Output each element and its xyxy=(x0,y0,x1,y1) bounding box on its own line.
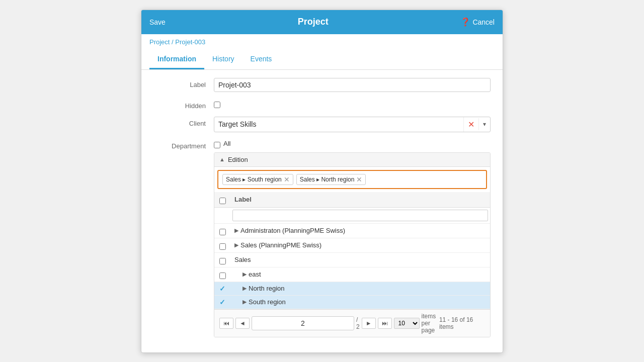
row5-checkmark: ✓ xyxy=(219,285,225,293)
row3-check[interactable] xyxy=(214,253,230,267)
row5-label: ▶ North region xyxy=(230,282,490,295)
list-item: ▶ Sales (PlanningPME Swiss) xyxy=(214,238,490,253)
row5-expand-icon[interactable]: ▶ xyxy=(243,285,247,292)
list-header-check-col xyxy=(214,192,230,207)
list-item: ✓ ▶ South region xyxy=(214,296,490,309)
row5-check[interactable]: ✓ xyxy=(214,282,230,295)
list-item: ✓ ▶ North region xyxy=(214,282,490,296)
page-info: 11 - 16 of 16 items xyxy=(439,316,485,330)
page-input[interactable] xyxy=(252,316,354,330)
row1-expand-icon[interactable]: ▶ xyxy=(234,227,238,234)
pagination: ⏮ ◄ / 2 ► ⏭ 10 25 50 100 xyxy=(214,309,490,337)
all-label: All xyxy=(223,140,230,147)
tag-south-region: Sales ▸ South region ✕ xyxy=(222,174,293,185)
department-section: All ▲ Edition Sales ▸ South region ✕ Sal… xyxy=(214,139,491,337)
client-dropdown-button[interactable]: ▾ xyxy=(478,118,490,130)
list-header-checkbox[interactable] xyxy=(219,198,226,204)
items-per-page-label: items per page xyxy=(422,313,439,334)
list-search-row xyxy=(214,208,490,224)
department-box: ▲ Edition Sales ▸ South region ✕ Sales ▸… xyxy=(214,152,491,337)
tag-north-text: Sales ▸ North region xyxy=(300,176,355,183)
tab-events[interactable]: Events xyxy=(243,50,280,69)
client-field: Target Skills ✕ ▾ xyxy=(214,117,491,132)
department-row: Department All ▲ Edition Sales ▸ South r… xyxy=(153,139,491,337)
client-value: Target Skills xyxy=(214,118,463,131)
pagination-controls: ⏮ ◄ / 2 ► ⏭ 10 25 50 100 xyxy=(219,313,439,334)
row3-label: Sales xyxy=(230,253,490,266)
main-window: Save Project ❓ Cancel Project / Projet-0… xyxy=(141,10,503,353)
label-row: Label xyxy=(153,78,491,92)
row1-label: ▶ Administraton (PlanningPME Swiss) xyxy=(230,224,490,237)
tag-south-text: Sales ▸ South region xyxy=(226,176,282,183)
list-item: ▶ east xyxy=(214,267,490,282)
row1-check[interactable] xyxy=(214,224,230,238)
tag-south-remove[interactable]: ✕ xyxy=(284,176,290,183)
tag-north-region: Sales ▸ North region ✕ xyxy=(296,174,366,185)
list-item: ▶ Administraton (PlanningPME Swiss) xyxy=(214,224,490,238)
label-field xyxy=(214,78,491,92)
first-page-button[interactable]: ⏮ xyxy=(219,318,233,329)
hidden-row: Hidden xyxy=(153,99,491,110)
client-clear-button[interactable]: ✕ xyxy=(463,117,478,132)
last-page-button[interactable]: ⏭ xyxy=(378,318,392,329)
breadcrumb[interactable]: Project / Projet-003 xyxy=(141,34,503,50)
edition-arrow-icon: ▲ xyxy=(219,156,225,162)
label-input[interactable] xyxy=(214,78,491,92)
hidden-field xyxy=(214,99,491,110)
items-per-page-select[interactable]: 10 25 50 100 xyxy=(394,318,420,329)
tab-information[interactable]: Information xyxy=(149,50,204,69)
selected-tags-container: Sales ▸ South region ✕ Sales ▸ North reg… xyxy=(217,170,487,189)
tab-bar: Information History Events xyxy=(141,50,503,70)
hidden-field-label: Hidden xyxy=(153,99,214,110)
row4-expand-icon[interactable]: ▶ xyxy=(243,271,247,278)
client-row: Client Target Skills ✕ ▾ xyxy=(153,117,491,132)
department-field-label: Department xyxy=(153,139,214,150)
prev-page-button[interactable]: ◄ xyxy=(235,318,250,329)
list-search-input[interactable] xyxy=(232,210,488,221)
row4-label: ▶ east xyxy=(230,268,490,281)
all-checkbox[interactable] xyxy=(214,142,220,148)
client-field-wrapper: Target Skills ✕ ▾ xyxy=(214,117,491,132)
label-field-label: Label xyxy=(153,78,214,88)
save-button[interactable]: Save xyxy=(149,18,166,26)
row6-expand-icon[interactable]: ▶ xyxy=(243,299,247,305)
list-header-row: Label xyxy=(214,192,490,208)
cancel-button[interactable]: ❓ Cancel xyxy=(460,17,495,27)
row2-check[interactable] xyxy=(214,238,230,252)
list-header-label: Label xyxy=(230,193,490,206)
row6-check[interactable]: ✓ xyxy=(214,296,230,309)
next-page-button[interactable]: ► xyxy=(362,318,376,329)
tab-history[interactable]: History xyxy=(204,50,243,69)
department-all: All xyxy=(214,139,491,148)
page-of-label: / 2 xyxy=(356,316,360,330)
hidden-checkbox[interactable] xyxy=(214,102,220,108)
row2-expand-icon[interactable]: ▶ xyxy=(234,242,238,248)
edition-label: Edition xyxy=(228,156,248,163)
row2-label: ▶ Sales (PlanningPME Swiss) xyxy=(230,239,490,251)
row4-check[interactable] xyxy=(214,267,230,282)
row6-label: ▶ South region xyxy=(230,296,490,308)
page-title: Project xyxy=(298,17,329,27)
edition-header: ▲ Edition xyxy=(214,153,490,167)
tag-north-remove[interactable]: ✕ xyxy=(356,176,362,183)
row6-checkmark: ✓ xyxy=(219,298,225,306)
list-item: Sales xyxy=(214,253,490,267)
client-field-label: Client xyxy=(153,117,214,127)
form-content: Label Hidden Client Target Skills ✕ ▾ xyxy=(141,70,503,352)
header: Save Project ❓ Cancel xyxy=(141,10,503,34)
help-icon: ❓ xyxy=(460,17,470,27)
